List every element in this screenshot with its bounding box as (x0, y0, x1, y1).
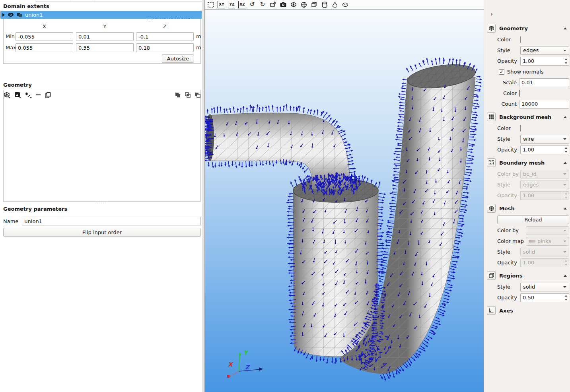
boolean-intersect-icon[interactable] (185, 92, 191, 98)
show-normals-checkbox-box[interactable]: ✓ (499, 69, 504, 75)
normals-color-swatch[interactable] (519, 90, 520, 97)
max-unit: m (196, 45, 201, 50)
boundary-mesh-style-select: edges (520, 180, 569, 189)
mesh-opacity-spinbox: 1.00 (520, 258, 569, 267)
mesh-section-icon[interactable] (487, 204, 496, 213)
flip-input-order-button[interactable]: Flip input order (3, 228, 201, 237)
normals-scale-input[interactable]: 0.01 (519, 78, 569, 87)
visibility-eye-icon[interactable] (8, 12, 14, 17)
mesh-scene: XYZ (205, 10, 484, 392)
collapse-section-icon[interactable] (564, 27, 567, 29)
geometry-section-icon[interactable] (487, 24, 496, 33)
import-geometry-icon[interactable] (14, 92, 21, 99)
min-x-input[interactable]: -0.055 (16, 32, 73, 41)
show-normals-label: Show normals (507, 69, 544, 75)
axes-section-icon[interactable] (487, 306, 496, 315)
horizontal-splitter[interactable]: ······ (0, 201, 202, 205)
regions-opacity-spinbox[interactable]: 0.50 (520, 293, 569, 302)
fit-view-icon[interactable] (207, 1, 214, 8)
style-label: Style (497, 284, 520, 290)
collapse-panel-button[interactable]: › (488, 10, 495, 17)
geometry-opacity-spinbox[interactable]: 1.00 (520, 57, 569, 66)
max-label: Max (6, 45, 16, 50)
background-mesh-section-icon[interactable] (487, 113, 496, 121)
name-input[interactable]: union1 (22, 217, 201, 225)
min-z-input[interactable]: -0.1 (136, 32, 194, 41)
collapse-section-icon[interactable] (564, 208, 567, 210)
view-xz-icon[interactable]: XZ (238, 1, 245, 8)
collapse-section-icon[interactable] (564, 162, 567, 164)
autosize-button[interactable]: Autosize (162, 54, 194, 63)
max-y-input[interactable]: 0.35 (76, 43, 134, 52)
reload-mesh-button[interactable]: Reload (497, 215, 569, 224)
left-panel: Domain extents 2 Dimensional X Y Z Min -… (0, 0, 202, 392)
name-label: Name (3, 218, 18, 224)
geometry-list (3, 90, 201, 202)
section-header-boundary-mesh[interactable]: Boundary mesh (484, 157, 570, 169)
background-mesh-opacity-spinbox[interactable]: 1.00 (520, 146, 569, 154)
section-title: Background mesh (499, 114, 551, 120)
section-header-background-mesh[interactable]: Background mesh (484, 111, 570, 123)
geometry-color-swatch[interactable] (520, 36, 521, 43)
style-label: Style (497, 136, 520, 142)
section-header-regions[interactable]: Regions (484, 270, 570, 281)
sphere-primitive-icon[interactable] (300, 1, 307, 8)
torus-primitive-icon[interactable] (342, 1, 349, 8)
color-by-label: Color by (497, 171, 520, 177)
geometry-toolbar (4, 90, 201, 100)
viewport: XY YZ XZ ↺ ↻ XYZ (205, 0, 484, 392)
show-geometry-icon[interactable] (290, 1, 297, 8)
add-primitive-icon[interactable] (4, 92, 11, 99)
collapse-section-icon[interactable] (564, 275, 567, 277)
regions-style-select[interactable]: solid (520, 283, 569, 291)
max-x-input[interactable]: 0.055 (16, 43, 73, 52)
cylinder-primitive-icon[interactable] (321, 1, 328, 8)
background-mesh-color-swatch[interactable] (520, 125, 521, 132)
colormap-swatch (529, 240, 535, 243)
column-header-y: Y (76, 23, 134, 29)
panel-splitter[interactable] (202, 0, 205, 392)
opacity-label: Opacity (497, 192, 520, 198)
geometry-title: Geometry (3, 82, 32, 88)
normals-color-label: Color (484, 90, 519, 96)
copy-icon[interactable] (45, 92, 51, 99)
rotate-ccw-icon[interactable]: ↺ (249, 1, 256, 8)
geometry-style-select[interactable]: edges (520, 46, 569, 55)
perspective-icon[interactable] (269, 1, 276, 8)
normals-count-input[interactable]: 10000 (519, 100, 569, 109)
view-xy-icon[interactable]: XY (218, 1, 225, 8)
domain-extents-title: Domain extents (3, 3, 49, 9)
show-normals-checkbox[interactable]: ✓ Show normals (484, 66, 570, 77)
geometry-list-item-union1[interactable]: union1 (0, 11, 202, 19)
section-title: Mesh (499, 206, 515, 212)
viewport-toolbar: XY YZ XZ ↺ ↻ (205, 0, 484, 9)
collapse-section-icon[interactable] (564, 116, 567, 118)
auto-generate-icon[interactable] (25, 92, 32, 99)
view-yz-icon[interactable]: YZ (228, 1, 235, 8)
min-y-input[interactable]: 0.01 (76, 32, 134, 41)
cone-primitive-icon[interactable] (331, 1, 338, 8)
min-unit: m (196, 33, 201, 39)
color-label: Color (497, 125, 520, 131)
section-title: Axes (499, 308, 513, 314)
boolean-union-icon[interactable] (175, 92, 181, 98)
max-z-input[interactable]: 0.18 (136, 43, 194, 52)
count-label: Count (484, 101, 519, 107)
section-header-mesh[interactable]: Mesh (484, 202, 570, 214)
background-mesh-style-select[interactable]: wire (520, 135, 569, 144)
remove-icon[interactable] (36, 92, 41, 99)
box-primitive-icon[interactable] (311, 1, 318, 8)
section-title: Regions (499, 273, 523, 279)
boundary-mesh-section-icon[interactable] (487, 158, 496, 167)
section-header-axes[interactable]: Axes (484, 305, 570, 316)
regions-section-icon[interactable] (487, 271, 496, 280)
boolean-difference-icon[interactable] (195, 92, 201, 98)
render-canvas[interactable]: XYZ (205, 9, 484, 392)
opacity-label: Opacity (497, 147, 520, 153)
section-header-geometry[interactable]: Geometry (484, 22, 570, 34)
expander-icon[interactable] (2, 13, 5, 17)
rotate-cw-icon[interactable]: ↻ (259, 1, 266, 8)
tab-strip (0, 0, 202, 3)
column-header-z: Z (136, 23, 194, 29)
screenshot-camera-icon[interactable] (280, 1, 287, 8)
